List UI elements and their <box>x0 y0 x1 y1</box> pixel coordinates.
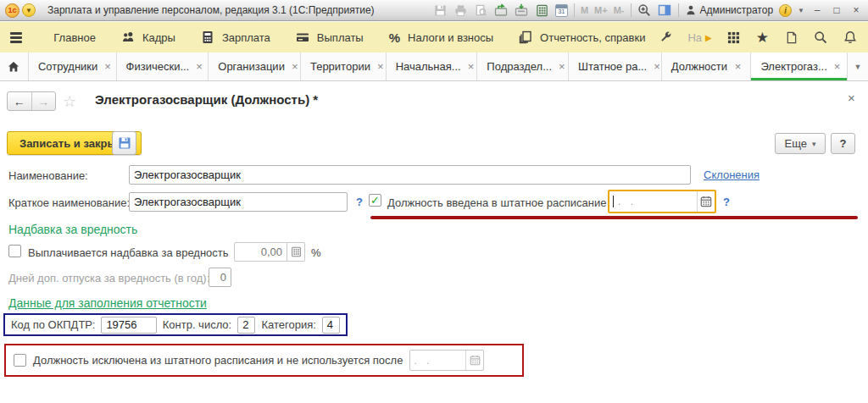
favorite-star-icon[interactable]: ☆ <box>63 92 76 111</box>
tab-organizations[interactable]: Организации× <box>209 52 301 80</box>
control-number-input[interactable]: 2 <box>237 317 255 334</box>
form-close-icon[interactable]: × <box>848 91 855 105</box>
calculator-picker-icon[interactable] <box>287 242 305 262</box>
tab-close-icon[interactable]: × <box>468 60 475 73</box>
tab-staffing[interactable]: Штатное ра...× <box>569 52 662 80</box>
minimize-button[interactable]: – <box>810 4 824 16</box>
menu-item-settings-truncated[interactable]: На ▶ <box>687 31 711 44</box>
excluded-label: Должность исключена из штатного расписан… <box>33 354 403 367</box>
short-name-input[interactable]: Электрогазосварщик <box>129 192 348 212</box>
documents-icon <box>519 30 532 44</box>
tab-close-icon[interactable]: × <box>104 60 111 73</box>
tab-positions[interactable]: Должности× <box>662 52 752 80</box>
calculator-icon[interactable] <box>535 3 549 17</box>
calendar-picker-icon[interactable] <box>465 351 483 370</box>
report-section-header: Данные для заполнения отчетности <box>8 296 207 310</box>
tab-close-icon[interactable]: × <box>292 60 298 73</box>
divider <box>574 3 575 17</box>
declension-link[interactable]: Склонения <box>704 168 760 181</box>
divider <box>631 3 632 17</box>
menu-item-payments[interactable]: Выплаты <box>283 22 376 52</box>
1c-logo-icon: 1с <box>5 3 19 18</box>
memory-m-button[interactable]: М <box>581 5 588 15</box>
close-button[interactable]: × <box>849 4 863 16</box>
tab-close-icon[interactable]: × <box>834 60 841 73</box>
name-label: Наименование: <box>8 169 88 182</box>
menu-item-personnel[interactable]: Кадры <box>108 22 188 52</box>
send-link-icon[interactable] <box>494 3 509 17</box>
print-preview-icon[interactable] <box>474 3 488 17</box>
print-icon[interactable] <box>453 3 468 17</box>
okpdtr-input[interactable]: 19756 <box>101 317 156 334</box>
menu-item-taxes[interactable]: % Налоги и взносы <box>376 22 506 52</box>
extra-vacation-label: Дней доп. отпуска за вредность (в год): <box>8 272 209 284</box>
menu-item-main[interactable]: Главное <box>41 22 108 52</box>
tab-overflow-caret-icon[interactable]: ▼ <box>848 52 868 80</box>
forward-button[interactable]: → <box>32 92 56 110</box>
menu-item-salary[interactable]: Зарплата <box>188 22 283 52</box>
tab-home[interactable] <box>0 52 29 80</box>
memory-m-plus-button[interactable]: М+ <box>594 5 608 15</box>
excluded-date-input[interactable]: . . <box>409 350 484 371</box>
harm-percent-field: 0,00 <box>234 242 305 262</box>
tab-employees[interactable]: Сотрудники× <box>29 52 117 80</box>
hamburger-menu-icon[interactable] <box>10 32 22 43</box>
tab-close-icon[interactable]: × <box>735 60 742 73</box>
excluded-checkbox[interactable] <box>14 354 26 367</box>
split-window-icon[interactable] <box>658 3 672 17</box>
harm-allowance-checkbox[interactable] <box>8 245 21 257</box>
maximize-button[interactable]: □ <box>830 4 843 16</box>
category-input[interactable]: 4 <box>322 317 340 334</box>
get-link-icon[interactable] <box>515 3 529 17</box>
app-window: 1с ▼ Зарплата и управление персоналом, р… <box>0 0 868 403</box>
tab-close-icon[interactable]: × <box>559 60 565 73</box>
tab-territories[interactable]: Территории× <box>301 52 387 80</box>
help-button[interactable]: ? <box>831 133 855 154</box>
favorites-star-icon[interactable]: ★ <box>756 30 769 45</box>
in-staff-checkbox[interactable]: ✓ <box>369 194 381 207</box>
main-menu-caret-icon[interactable]: ▼ <box>22 3 36 17</box>
tab-initial-setup[interactable]: Начальная...× <box>387 52 478 80</box>
wrench-icon[interactable] <box>658 30 673 45</box>
text-cursor <box>613 196 614 207</box>
percent-icon: % <box>389 30 400 45</box>
home-icon <box>7 60 20 74</box>
current-user[interactable]: Администратор <box>685 4 774 16</box>
harm-percent-input[interactable]: 0,00 <box>234 242 287 262</box>
section-menu-bar: Главное Кадры Зарплата Выплаты % Налоги … <box>0 22 868 52</box>
tab-electrogas-welder[interactable]: Электрогаз...× <box>751 52 848 80</box>
name-input[interactable]: Электрогазосварщик <box>129 165 691 185</box>
more-button[interactable]: Еще ▾ <box>775 133 826 154</box>
notifications-bell-icon[interactable] <box>843 30 858 45</box>
all-functions-grid-icon[interactable] <box>726 30 742 45</box>
page-title: Электрогазосварщик (Должность) * <box>95 92 318 107</box>
info-icon[interactable]: i <box>779 4 792 17</box>
tab-close-icon[interactable]: × <box>654 60 660 73</box>
caret-down-icon: ▾ <box>812 140 816 148</box>
info-caret-icon[interactable]: ▼ <box>798 7 804 14</box>
menu-item-reporting[interactable]: Отчетность, справки <box>506 22 658 52</box>
help-question-icon[interactable]: ? <box>356 196 363 208</box>
app-title: Зарплата и управление персоналом, редакц… <box>47 4 375 16</box>
floppy-icon <box>118 136 131 150</box>
check-icon: ✓ <box>370 195 380 206</box>
help-question-icon[interactable]: ? <box>723 196 730 208</box>
in-staff-date-input[interactable]: . . <box>608 190 716 213</box>
tab-physical-persons[interactable]: Физически...× <box>117 52 209 80</box>
percent-sign-label: % <box>311 246 321 259</box>
search-icon[interactable] <box>813 30 828 45</box>
tab-departments[interactable]: Подраздел...× <box>477 52 569 80</box>
save-icon[interactable] <box>433 3 448 17</box>
tab-close-icon[interactable]: × <box>196 60 203 73</box>
calendar-icon[interactable]: 31 <box>555 4 568 17</box>
zoom-in-icon[interactable] <box>637 3 652 17</box>
category-label: Категория: <box>261 318 315 331</box>
tab-close-icon[interactable]: × <box>377 60 384 73</box>
memory-m-minus-button[interactable]: М- <box>614 5 625 15</box>
calendar-picker-icon[interactable] <box>697 191 715 212</box>
back-button[interactable]: ← <box>8 92 32 110</box>
title-bar: 1с ▼ Зарплата и управление персоналом, р… <box>0 0 868 21</box>
extra-vacation-input[interactable]: 0 <box>209 268 231 287</box>
history-icon[interactable] <box>783 30 798 45</box>
save-button[interactable] <box>112 131 136 155</box>
